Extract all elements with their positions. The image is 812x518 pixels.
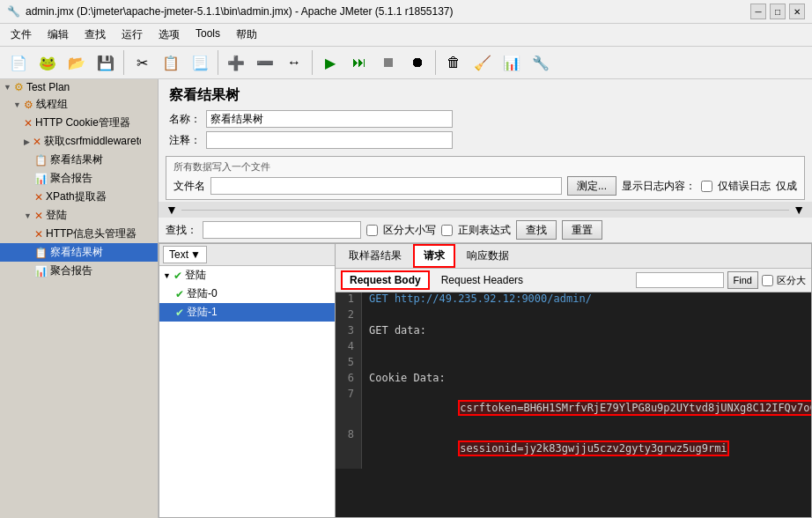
line-content-8: sessionid=jy2k83gwjju5czv2gyty3grwz5ug9r… bbox=[362, 428, 729, 469]
toolbar-copy[interactable]: 📋 bbox=[158, 49, 184, 76]
result-tree-login[interactable]: ▼ ✔ 登陆 bbox=[159, 266, 335, 285]
toolbar-toggle[interactable]: ↔ bbox=[281, 49, 307, 76]
line-content-6: Cookie Data: bbox=[362, 372, 446, 388]
close-button[interactable]: ✕ bbox=[789, 4, 805, 19]
sidebar-item-headerManager[interactable]: ✕ HTTP信息头管理器 bbox=[0, 225, 158, 243]
toolbar-collapse[interactable]: ➖ bbox=[252, 49, 278, 76]
sidebar-item-cookiemanager[interactable]: ✕ HTTP Cookie管理器 bbox=[0, 114, 158, 132]
line-content-5 bbox=[362, 356, 369, 372]
minimize-button[interactable]: ─ bbox=[750, 4, 766, 19]
sidebar-item-resulttree1[interactable]: 📋 察看结果树 bbox=[0, 151, 158, 169]
toolbar-save[interactable]: 💾 bbox=[92, 49, 119, 76]
name-row: 名称： bbox=[169, 110, 801, 128]
line-content-1: GET http://49.235.92.12:9000/admin/ bbox=[362, 292, 592, 308]
toolbar-shutdown[interactable]: ⏺ bbox=[404, 49, 431, 76]
regex-checkbox[interactable] bbox=[441, 225, 453, 236]
find-button[interactable]: Find bbox=[727, 271, 758, 289]
file-input[interactable] bbox=[210, 177, 562, 195]
menu-edit[interactable]: 编辑 bbox=[41, 26, 76, 44]
code-line-2: 2 bbox=[336, 308, 811, 324]
menu-file[interactable]: 文件 bbox=[4, 26, 39, 44]
search-input[interactable] bbox=[203, 221, 361, 239]
content-title: 察看结果树 bbox=[169, 86, 801, 105]
find-input[interactable] bbox=[636, 272, 724, 288]
main-layout: ▼ ⚙ Test Plan ▼ ⚙ 线程组 ✕ HTTP Cookie管理器 ▶… bbox=[0, 79, 812, 518]
log-checkbox[interactable] bbox=[701, 181, 712, 192]
sidebar-item-resulttree2[interactable]: 📋 察看结果树 bbox=[0, 243, 158, 262]
toolbar-start-no-pause[interactable]: ⏭ bbox=[346, 49, 373, 76]
success-only-label: 仅成 bbox=[776, 179, 797, 194]
search-label: 查找： bbox=[166, 223, 197, 238]
toolbar-sep-3 bbox=[312, 50, 313, 75]
line-number-4: 4 bbox=[336, 340, 362, 356]
line-number-6: 6 bbox=[336, 372, 362, 388]
toolbar-cut[interactable]: ✂ bbox=[129, 49, 155, 76]
expand-icon[interactable]: ▼ bbox=[166, 203, 178, 217]
sidebar-item-login-group[interactable]: ▼ ✕ 登陆 bbox=[0, 206, 158, 225]
menu-help[interactable]: 帮助 bbox=[229, 26, 264, 44]
code-line-5: 5 bbox=[336, 356, 811, 372]
status-green-icon: ✔ bbox=[173, 270, 182, 282]
result-tree-login-0[interactable]: ✔ 登陆-0 bbox=[159, 285, 335, 303]
toolbar-open[interactable]: 📂 bbox=[63, 49, 90, 76]
toolbar: 📄 🐸 📂 💾 ✂ 📋 📃 ➕ ➖ ↔ ▶ ⏭ ⏹ ⏺ 🗑 🧹 📊 🔧 bbox=[0, 47, 812, 79]
sidebar-item-xpath[interactable]: ✕ XPath提取器 bbox=[0, 188, 158, 206]
toolbar-new[interactable]: 📄 bbox=[5, 49, 32, 76]
sidebar-item-getcsrf[interactable]: ▶ ✕ 获取csrfmiddlewareto bbox=[0, 132, 158, 151]
toolbar-remote[interactable]: 🔧 bbox=[528, 49, 554, 76]
find-area: Find 区分大 bbox=[636, 271, 806, 289]
text-dropdown[interactable]: Text ▼ bbox=[163, 246, 207, 263]
tab-request-body[interactable]: Request Body bbox=[341, 270, 430, 290]
tab-response-data[interactable]: 响应数据 bbox=[457, 245, 519, 267]
toolbar-start[interactable]: ▶ bbox=[317, 49, 343, 76]
sidebar-item-threadgroup[interactable]: ▼ ⚙ 线程组 bbox=[0, 95, 158, 114]
menu-bar: 文件 编辑 查找 运行 选项 Tools 帮助 bbox=[0, 24, 812, 47]
menu-run[interactable]: 运行 bbox=[114, 26, 150, 44]
tab-request[interactable]: 请求 bbox=[413, 244, 455, 268]
case-sensitive-label: 区分大小写 bbox=[383, 223, 436, 238]
file-section: 所有数据写入一个文件 文件名 测定... 显示日志内容： 仅错误日志 仅成 bbox=[166, 156, 805, 200]
reset-button[interactable]: 重置 bbox=[562, 220, 602, 240]
sidebar-item-aggregate1[interactable]: 📊 聚合报告 bbox=[0, 169, 158, 188]
toolbar-stop[interactable]: ⏹ bbox=[375, 49, 402, 76]
line-content-7: csrftoken=BH6H1SMrfvRjE79YlPG8u9p2UYtvd8… bbox=[362, 388, 811, 428]
result-tree-login-1[interactable]: ✔ 登陆-1 bbox=[159, 303, 335, 322]
highlighted-token-csrf: csrftoken=BH6H1SMrfvRjE79YlPG8u9p2UYtvd8… bbox=[458, 400, 811, 416]
expand-row: ▼ ▼ bbox=[159, 202, 812, 218]
collapse-icon[interactable]: ▼ bbox=[793, 203, 805, 217]
app-icon: 🔧 bbox=[7, 5, 20, 18]
file-label: 文件名 bbox=[173, 179, 205, 194]
case-find-checkbox[interactable] bbox=[762, 275, 773, 286]
maximize-button[interactable]: □ bbox=[770, 4, 786, 19]
search-row: 查找： 区分大小写 正则表达式 查找 重置 bbox=[159, 218, 812, 242]
name-input[interactable] bbox=[206, 110, 453, 128]
toolbar-templates[interactable]: 🐸 bbox=[34, 49, 61, 76]
browse-button[interactable]: 测定... bbox=[567, 176, 616, 196]
content-area: 察看结果树 名称： 注释： 所有数据写入一个文件 文件名 测定... 显示日志内… bbox=[159, 79, 812, 518]
toolbar-sep-1 bbox=[123, 50, 124, 75]
toolbar-clear[interactable]: 🗑 bbox=[440, 49, 467, 76]
case-find-label: 区分大 bbox=[777, 274, 806, 287]
tab-sampler-results[interactable]: 取样器结果 bbox=[339, 245, 411, 267]
line-number-8: 8 bbox=[336, 428, 362, 469]
menu-options[interactable]: 选项 bbox=[151, 26, 187, 44]
comment-row: 注释： bbox=[169, 131, 801, 149]
window-title: admin.jmx (D:\jmeter\apache-jmeter-5.1.1… bbox=[26, 5, 454, 18]
code-line-4: 4 bbox=[336, 340, 811, 356]
sidebar-item-testplan[interactable]: ▼ ⚙ Test Plan bbox=[0, 79, 158, 95]
comment-input[interactable] bbox=[206, 131, 453, 149]
menu-search[interactable]: 查找 bbox=[78, 26, 113, 44]
menu-tools[interactable]: Tools bbox=[188, 26, 227, 44]
toolbar-clear-all[interactable]: 🧹 bbox=[469, 49, 496, 76]
tab-request-headers[interactable]: Request Headers bbox=[433, 271, 531, 289]
code-line-8: 8 sessionid=jy2k83gwjju5czv2gyty3grwz5ug… bbox=[336, 428, 811, 469]
line-content-2 bbox=[362, 308, 369, 324]
highlighted-token-session: sessionid=jy2k83gwjju5czv2gyty3grwz5ug9r… bbox=[458, 440, 728, 456]
toolbar-report[interactable]: 📊 bbox=[498, 49, 525, 76]
case-sensitive-checkbox[interactable] bbox=[366, 225, 378, 236]
code-area: 1 GET http://49.235.92.12:9000/admin/ 2 … bbox=[336, 292, 811, 517]
toolbar-paste[interactable]: 📃 bbox=[187, 49, 213, 76]
search-button[interactable]: 查找 bbox=[516, 220, 557, 240]
toolbar-expand[interactable]: ➕ bbox=[223, 49, 249, 76]
sidebar-item-aggregate2[interactable]: 📊 聚合报告 bbox=[0, 262, 158, 280]
